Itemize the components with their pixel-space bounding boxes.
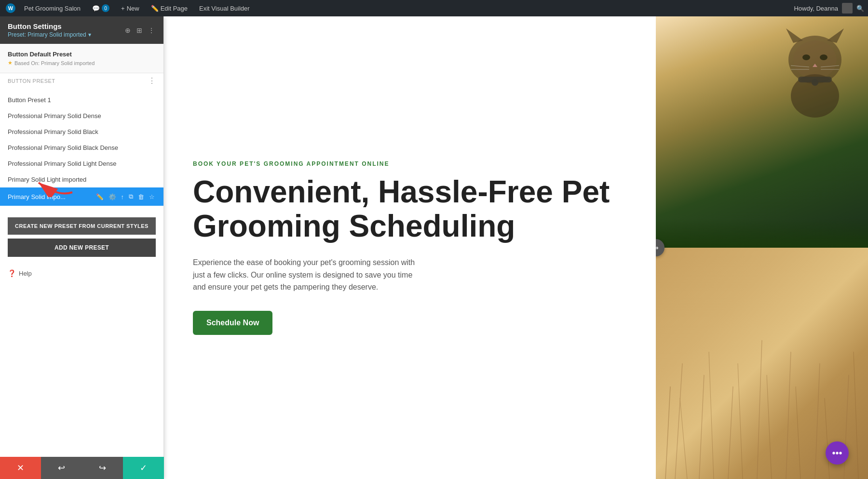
avatar (842, 3, 853, 13)
button-settings-panel: Button Settings Preset: Primary Solid im… (0, 16, 164, 479)
star-icon: ★ (8, 60, 13, 66)
svg-line-26 (815, 363, 820, 479)
svg-line-29 (854, 352, 858, 479)
svg-point-2 (793, 40, 837, 79)
settings-preset-icon[interactable]: ⚙️ (108, 192, 117, 201)
search-icon[interactable]: 🔍 (856, 5, 864, 12)
page-content-area: BOOK YOUR PET'S GROOMING APPOINTMENT ONL… (164, 16, 868, 479)
wp-logo[interactable]: W (4, 1, 17, 15)
panel-subtitle: Preset: Primary Solid imported ▾ (8, 31, 91, 38)
svg-point-14 (812, 79, 818, 86)
svg-line-21 (738, 363, 743, 479)
svg-line-17 (680, 398, 687, 479)
more-icon[interactable]: ⋮ (147, 26, 156, 35)
panel-buttons: CREATE NEW PRESET FROM CURRENT STYLES AD… (0, 212, 163, 263)
preset-item-5[interactable]: Professional Primary Solid Light Dense (0, 156, 163, 172)
howdy-text: Howdy, Deanna (794, 5, 838, 12)
svg-marker-4 (827, 28, 844, 43)
close-button[interactable]: ✕ (0, 457, 41, 479)
preset-label[interactable]: Preset: Primary Solid imported (8, 31, 86, 38)
save-button[interactable]: ✓ (123, 457, 164, 479)
edit-preset-icon[interactable]: ✏️ (95, 192, 105, 201)
hero-section: BOOK YOUR PET'S GROOMING APPOINTMENT ONL… (164, 16, 868, 479)
exit-builder-btn[interactable]: Exit Visual Builder (194, 0, 255, 16)
svg-line-24 (786, 352, 791, 479)
help-section: ❓ Help (0, 263, 163, 284)
redo-button[interactable]: ↪ (82, 457, 123, 479)
svg-line-27 (825, 398, 829, 479)
check-icon: ✓ (140, 463, 147, 473)
help-icon: ❓ (8, 269, 16, 277)
preset-item-actions: ✏️ ⚙️ ↑ ⧉ 🗑 ☆ (95, 192, 156, 201)
dropdown-arrow-icon[interactable]: ▾ (88, 31, 91, 38)
svg-line-18 (699, 375, 704, 479)
fab-button[interactable]: ••• (826, 441, 849, 465)
schedule-now-button[interactable]: Schedule Now (193, 311, 272, 335)
admin-bar: W Pet Grooming Salon 💬 0 + New ✏️ Edit P… (0, 0, 868, 16)
svg-line-22 (757, 340, 762, 479)
preset-item-3[interactable]: Professional Primary Solid Black (0, 124, 163, 140)
svg-line-19 (709, 352, 714, 479)
section-more-icon[interactable]: ⋮ (148, 76, 156, 85)
arrows-horizontal-icon: ⇔ (656, 244, 659, 252)
help-link[interactable]: Help (19, 270, 32, 277)
svg-line-20 (728, 386, 733, 479)
edit-page-btn[interactable]: ✏️ Edit Page (146, 0, 192, 16)
copy-preset-icon[interactable]: ⧉ (128, 192, 134, 201)
panel-header-icons: ⊕ ⊞ ⋮ (124, 26, 156, 35)
hero-title: Convenient, Hassle-Free Pet Grooming Sch… (193, 175, 627, 243)
svg-line-25 (796, 386, 800, 479)
svg-line-16 (675, 363, 682, 479)
hero-image-area: ⇔ (656, 16, 868, 479)
undo-button[interactable]: ↩ (41, 457, 82, 479)
svg-line-15 (665, 386, 670, 479)
preset-section-header: Button Preset ⋮ (0, 73, 163, 88)
create-preset-button[interactable]: CREATE NEW PRESET FROM CURRENT STYLES (8, 217, 156, 235)
site-name[interactable]: Pet Grooming Salon (19, 0, 85, 16)
preset-list: Button Preset 1 Professional Primary Sol… (0, 88, 163, 210)
preset-item-1[interactable]: Button Preset 1 (0, 92, 163, 108)
default-preset-box: Button Default Preset ★ Based On: Primar… (0, 44, 163, 73)
preset-item-6[interactable]: Primary Solid Light imported (0, 172, 163, 187)
panel-header: Button Settings Preset: Primary Solid im… (0, 16, 163, 44)
bottom-toolbar: ✕ ↩ ↪ ✓ (0, 457, 164, 479)
comment-btn[interactable]: 💬 0 (87, 0, 114, 16)
redo-icon: ↪ (99, 463, 106, 473)
delete-preset-icon[interactable]: 🗑 (137, 192, 145, 201)
preset-item-2[interactable]: Professional Primary Solid Dense (0, 108, 163, 124)
columns-icon[interactable]: ⊞ (136, 26, 143, 35)
panel-title: Button Settings (8, 22, 91, 30)
add-preset-button[interactable]: ADD NEW PRESET (8, 239, 156, 257)
svg-line-28 (844, 375, 849, 479)
undo-icon: ↩ (58, 463, 65, 473)
preset-item-4[interactable]: Professional Primary Solid Black Dense (0, 140, 163, 156)
export-preset-icon[interactable]: ↑ (120, 192, 125, 201)
preset-item-active[interactable]: Primary Solid impo... ✏️ ⚙️ ↑ ⧉ 🗑 ☆ (0, 187, 163, 206)
default-preset-title: Button Default Preset (8, 51, 156, 58)
svg-marker-3 (786, 28, 803, 43)
svg-point-5 (802, 54, 810, 60)
new-btn[interactable]: + New (116, 0, 144, 16)
more-options-icon: ••• (832, 448, 842, 459)
target-icon[interactable]: ⊕ (124, 26, 132, 35)
svg-line-23 (767, 375, 772, 479)
svg-point-6 (820, 54, 827, 60)
preset-section: Button Preset ⋮ Button Preset 1 Professi… (0, 73, 163, 210)
active-preset-label: Primary Solid impo... (8, 193, 95, 200)
star-preset-icon[interactable]: ☆ (148, 192, 156, 201)
default-preset-based: ★ Based On: Primary Solid imported (8, 60, 156, 66)
hero-left: BOOK YOUR PET'S GROOMING APPOINTMENT ONL… (164, 16, 656, 479)
hero-description: Experience the ease of booking your pet'… (193, 256, 424, 293)
hero-eyebrow: BOOK YOUR PET'S GROOMING APPOINTMENT ONL… (193, 160, 627, 167)
hero-top-image (656, 16, 868, 248)
close-icon: ✕ (17, 463, 24, 473)
